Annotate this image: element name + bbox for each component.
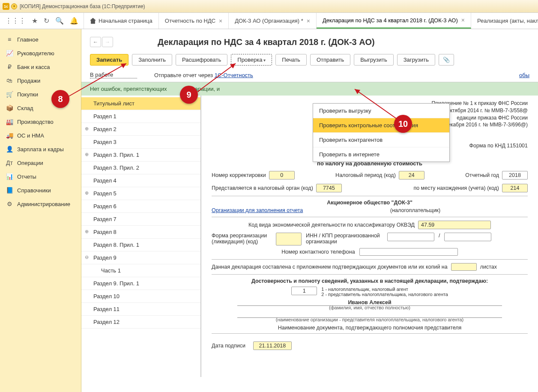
toolbar: Записать Заполнить Расшифровать Проверка… [81,51,538,70]
search-icon[interactable]: 🔍 [55,17,64,25]
check-button[interactable]: Проверка [231,54,272,66]
okved-field[interactable]: 47.59 [418,221,491,229]
section-item[interactable]: Раздел 10 [81,290,200,303]
fill-button[interactable]: Заполнить [132,54,172,66]
history-icon[interactable]: ↻ [44,17,49,25]
section-item[interactable]: Часть 1 [81,264,200,277]
menu-check-ratios[interactable]: Проверить контрольные соотношения [313,118,449,133]
section-item[interactable]: Раздел 4 [81,174,200,187]
place-field[interactable]: 214 [502,184,528,192]
tab-declaration[interactable]: Декларация по НДС за 4 квартал 2018 г. (… [317,13,471,29]
section-item[interactable]: Раздел 9. Прил. 1 [81,277,200,290]
main-area: ← → Декларация по НДС за 4 квартал 2018 … [81,29,538,392]
section-item[interactable]: Раздел 2 [81,123,200,136]
tab-org[interactable]: ДОК-3 АО (Организация) *× [229,13,317,29]
section-item[interactable]: Раздел 8. Прил. 1 [81,239,200,251]
sidebar-item-label: Отчеты [17,174,36,180]
sidebar-item[interactable]: 🚚ОС и НМА [0,129,81,142]
send-report-link[interactable]: 1С-Отчетность [215,72,253,78]
section-item[interactable]: Раздел 8 [81,226,200,239]
pages-field[interactable] [451,263,477,271]
section-item[interactable]: Раздел 6 [81,200,200,213]
grid-icon[interactable]: ⋮⋮⋮ [5,17,26,25]
section-item[interactable]: Раздел 3. Прил. 2 [81,162,200,174]
organ-field[interactable]: 7745 [316,184,342,192]
sidebar-icon: ≡ [6,36,13,43]
reorg-code-field[interactable] [276,233,302,245]
tab-vat-reporting[interactable]: Отчетность по НДС× [159,13,229,29]
sidebar-item[interactable]: ₽Банк и касса [0,60,81,74]
menu-check-internet[interactable]: Проверить в интернете [313,147,449,162]
company-name: Акционерное общество "ДОК-3" [212,200,528,206]
reorg-inn-field[interactable] [387,233,434,241]
sidebar-item[interactable]: 🛍Продажи [0,74,81,87]
decode-button[interactable]: Расшифровать [176,54,227,66]
sidebar-item-label: Операции [17,160,43,166]
star-icon[interactable]: ★ [32,17,38,25]
methods-link[interactable]: обы [519,72,529,78]
fill-orgs-link[interactable]: Организации для заполнения отчета [212,207,303,213]
sign-date-field[interactable]: 21.11.2018 [253,341,292,350]
app-logo: 1c [3,3,9,10]
send-button[interactable]: Отправить [310,54,350,66]
callout-8: 8 [51,90,69,108]
sidebar-item[interactable]: 📦Склад [0,101,81,115]
tab-sales[interactable]: Реализация (акты, накладные) [471,13,538,29]
year-field[interactable]: 2018 [502,171,528,180]
menu-check-counterparties[interactable]: Проверить контрагентов [313,133,449,147]
page-title: Декларация по НДС за 4 квартал 2018 г. (… [158,37,375,47]
attach-button[interactable]: 📎 [439,54,454,66]
section-item[interactable]: Раздел 9 [81,251,200,264]
window-title: [КОПИЯ] Демонстрационная база (1С:Предпр… [20,3,145,9]
section-item[interactable]: Раздел 11 [81,303,200,316]
sidebar-item[interactable]: 👤Зарплата и кадры [0,142,81,156]
load-button[interactable]: Загрузить [397,54,435,66]
status-row: В работе Отправьте отчет через 1С-Отчетн… [81,70,538,82]
print-button[interactable]: Печать [275,54,307,66]
section-item[interactable]: Раздел 5 [81,187,200,200]
phone-field[interactable] [359,248,458,256]
sidebar: ≡Главное📈Руководителю₽Банк и касса🛍Прода… [0,29,81,392]
sidebar-item[interactable]: 📊Отчеты [0,170,81,183]
sidebar-item[interactable]: 📈Руководителю [0,46,81,60]
sidebar-icon: 📈 [6,50,13,57]
sidebar-item-label: Справочники [17,187,51,194]
sidebar-item-label: Главное [17,36,39,43]
period-field[interactable]: 24 [399,171,424,180]
sidebar-item[interactable]: ДтОперации [0,156,81,170]
sidebar-item[interactable]: ⚙Администрирование [0,197,81,211]
nav-arrows: ← → [90,37,113,47]
app-menu-dropdown[interactable]: ▾ [11,3,17,9]
section-item[interactable]: Раздел 3. Прил. 1 [81,149,200,162]
section-item[interactable]: Раздел 1 [81,110,200,123]
section-item[interactable]: Раздел 3 [81,136,200,149]
back-button[interactable]: ← [90,37,101,47]
tab-home[interactable]: Начальная страница [84,13,159,29]
close-icon[interactable]: × [461,17,465,24]
callout-10: 10 [394,115,412,133]
sidebar-icon: 🏭 [6,118,13,125]
sidebar-icon: Дт [6,159,13,166]
menu-check-export[interactable]: Проверить выгрузку [313,104,449,118]
status-link[interactable]: В работе [90,72,137,78]
close-icon[interactable]: × [219,18,222,24]
sections-list: Титульный листРаздел 1Раздел 2Раздел 3Ра… [81,96,201,377]
sidebar-item-label: Руководителю [17,50,54,57]
top-icon-group: ⋮⋮⋮ ★ ↻ 🔍 🔔 [0,13,84,29]
section-item[interactable]: Раздел 12 [81,316,200,329]
payer-label: (налогоплательщик) [390,207,440,213]
reorg-kpp-field[interactable] [444,233,491,241]
corr-field[interactable]: 0 [269,171,295,180]
sidebar-item[interactable]: 📘Справочники [0,183,81,197]
bell-icon[interactable]: 🔔 [70,17,78,25]
sidebar-item[interactable]: ≡Главное [0,33,81,46]
close-icon[interactable]: × [307,18,310,24]
export-button[interactable]: Выгрузить [354,54,393,66]
forward-button[interactable]: → [102,37,113,47]
who-field[interactable]: 1 [291,287,317,295]
sidebar-icon: ₽ [6,63,13,70]
section-item[interactable]: Раздел 7 [81,213,200,226]
sidebar-item[interactable]: 🏭Производство [0,115,81,129]
save-button[interactable]: Записать [90,54,129,66]
sidebar-item-label: Банк и касса [17,64,50,70]
